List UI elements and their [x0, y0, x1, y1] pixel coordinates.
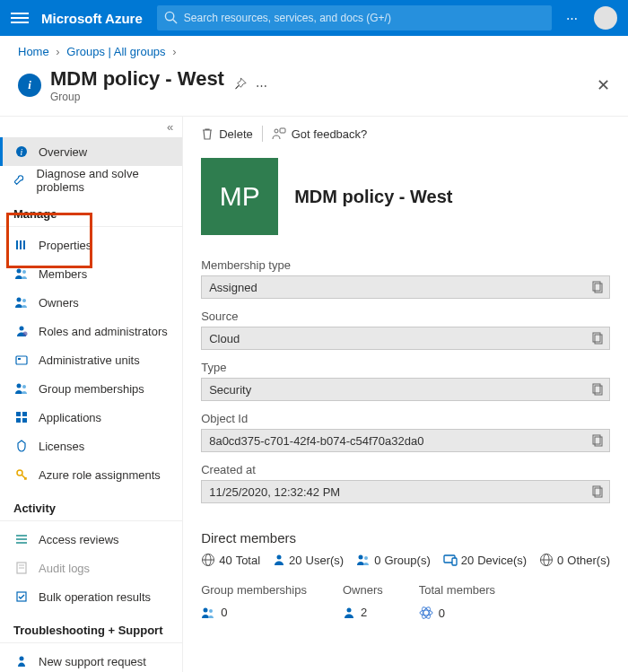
sidebar-item-label: Azure role assignments: [39, 468, 161, 482]
field-label-type: Type: [201, 361, 610, 374]
more-icon[interactable]: ⋯: [566, 12, 580, 25]
sidebar-item-label: New support request: [39, 655, 146, 668]
properties-icon: [13, 239, 30, 251]
metric-others[interactable]: 0Other(s): [539, 553, 610, 567]
sidebar-item-label: Audit logs: [39, 562, 90, 575]
svg-point-11: [20, 327, 24, 331]
svg-rect-19: [16, 418, 21, 423]
sidebar-item-label: Properties: [39, 239, 92, 252]
sidebar-item-label: Group memberships: [39, 382, 144, 396]
stat-total-members[interactable]: Total members 0: [419, 583, 495, 623]
sidebar-item-overview[interactable]: i Overview: [0, 137, 182, 166]
svg-point-16: [22, 385, 26, 388]
audit-logs-icon: [13, 562, 30, 574]
svg-rect-14: [18, 358, 21, 360]
divider: [262, 126, 263, 142]
search-input[interactable]: [157, 5, 552, 31]
metric-groups[interactable]: 0Group(s): [356, 554, 431, 567]
stat-owners[interactable]: Owners 2: [343, 583, 383, 623]
field-label-object-id: Object Id: [201, 412, 610, 425]
sidebar-item-applications[interactable]: Applications: [0, 403, 182, 432]
sidebar-item-label: Roles and administrators: [39, 325, 168, 338]
copy-icon[interactable]: [592, 434, 604, 449]
crumb-home[interactable]: Home: [18, 45, 49, 58]
sidebar-item-properties[interactable]: Properties: [0, 231, 182, 259]
stat-group-memberships[interactable]: Group memberships 0: [201, 583, 307, 623]
svg-point-46: [359, 555, 363, 560]
sidebar-item-access-reviews[interactable]: Access reviews: [0, 525, 182, 554]
sidebar-item-diagnose[interactable]: Diagnose and solve problems: [0, 166, 182, 195]
sidebar-item-owners[interactable]: Owners: [0, 288, 182, 317]
direct-members-row: 40Total 20User(s) 0Group(s) 20Device(s) …: [183, 553, 628, 567]
svg-point-30: [275, 129, 278, 133]
svg-rect-13: [16, 356, 27, 364]
user-icon: [343, 607, 355, 619]
sidebar-section-manage: Manage: [0, 195, 182, 227]
sidebar-item-azure-roles[interactable]: Azure role assignments: [0, 460, 182, 489]
pin-icon[interactable]: [233, 77, 247, 93]
roles-icon: [13, 325, 30, 337]
sidebar-item-label: Diagnose and solve problems: [37, 167, 170, 194]
field-value-created-at: 11/25/2020, 12:32:42 PM: [201, 480, 610, 503]
sidebar-item-licenses[interactable]: Licenses: [0, 432, 182, 460]
svg-rect-17: [16, 412, 21, 416]
trash-icon: [201, 127, 214, 140]
groups-icon: [356, 554, 371, 566]
svg-point-15: [17, 384, 22, 388]
group-name: MDM policy - West: [294, 187, 452, 207]
group-memberships-icon: [13, 382, 30, 395]
field-value-source: Cloud: [201, 327, 610, 350]
copy-icon[interactable]: [592, 281, 604, 296]
access-reviews-icon: [13, 533, 30, 545]
collapse-icon[interactable]: «: [0, 117, 182, 137]
user-icon: [273, 554, 285, 566]
svg-rect-28: [17, 592, 26, 601]
svg-point-9: [17, 298, 22, 302]
sidebar-item-admin-units[interactable]: Administrative units: [0, 345, 182, 374]
sidebar-item-label: Members: [39, 267, 87, 281]
svg-point-29: [20, 657, 24, 661]
sidebar-item-audit-logs[interactable]: Audit logs: [0, 554, 182, 582]
feedback-button[interactable]: Got feedback?: [272, 127, 368, 141]
field-value-type: Security: [201, 378, 610, 401]
close-icon[interactable]: ✕: [597, 75, 610, 95]
sidebar-item-roles[interactable]: Roles and administrators: [0, 317, 182, 345]
metric-devices[interactable]: 20Device(s): [443, 554, 527, 567]
global-header: Microsoft Azure ⋯: [0, 0, 628, 36]
field-label-membership-type: Membership type: [201, 258, 610, 272]
sidebar-item-members[interactable]: Members: [0, 259, 182, 288]
copy-icon[interactable]: [592, 383, 604, 398]
svg-text:i: i: [21, 147, 23, 157]
sidebar-item-new-request[interactable]: New support request: [0, 647, 182, 672]
licenses-icon: [13, 440, 30, 452]
group-tile: MP: [201, 158, 278, 235]
metric-total[interactable]: 40Total: [201, 553, 260, 567]
field-label-source: Source: [201, 310, 610, 323]
key-icon: [13, 468, 30, 481]
menu-icon[interactable]: [11, 10, 29, 26]
sidebar-item-bulk-results[interactable]: Bulk operation results: [0, 582, 182, 611]
metric-users[interactable]: 20User(s): [273, 554, 344, 567]
crumb-groups[interactable]: Groups | All groups: [66, 45, 165, 58]
bulk-results-icon: [13, 590, 30, 603]
sidebar-item-label: Bulk operation results: [39, 590, 151, 604]
svg-point-55: [346, 607, 351, 612]
sidebar-item-label: Applications: [39, 411, 101, 424]
support-icon: [13, 655, 30, 668]
global-search[interactable]: [157, 5, 552, 31]
globe-icon: [539, 553, 554, 567]
copy-icon[interactable]: [592, 332, 604, 347]
svg-rect-4: [16, 240, 18, 249]
delete-button[interactable]: Delete: [201, 127, 253, 141]
wrench-icon: [13, 174, 28, 187]
copy-icon[interactable]: [592, 485, 604, 501]
page-title-row: i MDM policy - West Group ⋯ ✕: [0, 62, 628, 116]
breadcrumb: Home › Groups | All groups ›: [0, 36, 628, 62]
groups-icon: [201, 607, 215, 619]
applications-icon: [13, 411, 30, 423]
avatar[interactable]: [594, 6, 617, 30]
person-feedback-icon: [272, 127, 286, 140]
device-icon: [443, 554, 458, 566]
sidebar-item-group-memberships[interactable]: Group memberships: [0, 374, 182, 403]
more-ellipsis-icon[interactable]: ⋯: [256, 79, 267, 92]
